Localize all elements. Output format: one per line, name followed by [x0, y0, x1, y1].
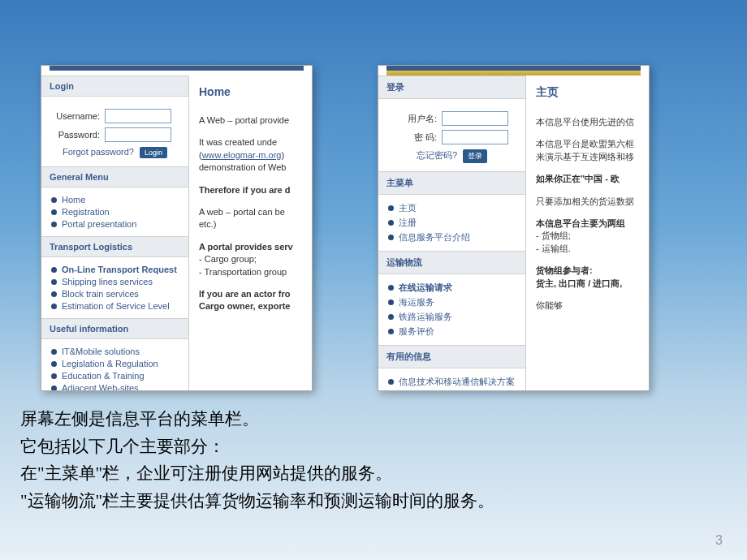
bullet-icon — [388, 299, 394, 305]
bullet-icon — [51, 349, 57, 355]
useful-menu-list-zh: 信息技术和移动通信解决方案 法律和规查 教育和培训 邻近站点 联系 — [378, 368, 525, 391]
menu-legislation[interactable]: Legislation & Regulation — [62, 359, 158, 368]
username-label-zh: 用户名: — [386, 113, 437, 125]
content-en: Home A Web – portal provide It was creat… — [189, 75, 312, 391]
transport-menu-list-zh: 在线运输请求 海运服务 铁路运输服务 服务评价 — [378, 274, 525, 345]
caption-line-3: 在"主菜单"栏，企业可注册使用网站提供的服务。 — [20, 460, 494, 488]
content-zh-p7: 你能够 — [536, 299, 639, 312]
general-menu-header: General Menu — [41, 166, 188, 187]
content-zh-p2: 本信息平台是欧盟第六框 来演示基于互连网络和移 — [536, 138, 639, 163]
content-zh-p6: 货物组参与者:货主, 出口商 / 进口商, — [536, 265, 639, 290]
transport-menu-list: On-Line Transport Request Shipping lines… — [41, 257, 188, 318]
content-p1: A Web – portal provide — [199, 114, 302, 127]
menu-education[interactable]: Education & Training — [62, 371, 145, 381]
content-zh: 主页 本信息平台使用先进的信 本信息平台是欧盟第六框 来演示基于互连网络和移 如… — [526, 75, 649, 391]
password-label-zh: 密 码: — [386, 131, 437, 144]
bullet-icon — [388, 220, 394, 226]
bullet-icon — [51, 373, 57, 379]
content-p3: Therefore if you are d — [199, 184, 302, 196]
menu-adjacent[interactable]: Adjacent Web-sites — [62, 383, 139, 391]
content-p2: It was created unde (www.elogmar-m.org) … — [199, 136, 302, 174]
menu-shipping[interactable]: Shipping lines services — [62, 277, 153, 286]
useful-menu-list: IT&Mobile solutions Legislation & Regula… — [41, 339, 188, 391]
bullet-icon — [51, 267, 57, 273]
transport-header-zh: 运输物流 — [378, 251, 525, 274]
caption-line-1: 屏幕左侧是信息平台的菜单栏。 — [20, 406, 494, 433]
caption-line-4: "运输物流"栏主要提供估算货物运输率和预测运输时间的服务。 — [20, 488, 494, 515]
content-zh-p1: 本信息平台使用先进的信 — [536, 116, 639, 128]
menu-it-mobile-zh[interactable]: 信息技术和移动通信解决方案 — [399, 376, 515, 388]
menu-block-train[interactable]: Block train services — [62, 289, 139, 299]
bullet-icon — [51, 279, 57, 285]
content-p5: A portal provides serv- Cargo group;- Tr… — [199, 241, 302, 278]
elogmar-link[interactable]: www.elogmar-m.org — [202, 150, 282, 160]
username-label: Username: — [50, 111, 100, 121]
menu-transport-request-zh[interactable]: 在线运输请求 — [399, 282, 452, 294]
bullet-icon — [51, 222, 57, 227]
sidebar-zh: 登录 用户名: 密 码: 忘记密码? 登录 主菜单 — [378, 75, 526, 391]
english-portal-screenshot: Login Username: Password: Forgot passwor… — [41, 65, 313, 391]
bullet-icon — [388, 379, 394, 385]
login-button[interactable]: Login — [140, 147, 167, 158]
menu-legislation-zh[interactable]: 法律和规查 — [399, 390, 443, 391]
menu-portal-presentation[interactable]: Portal presentation — [62, 219, 136, 229]
menu-block-train-zh[interactable]: 铁路运输服务 — [399, 311, 452, 323]
sidebar-en: Login Username: Password: Forgot passwor… — [41, 75, 189, 391]
useful-header-zh: 有用的信息 — [378, 345, 525, 368]
username-input-zh[interactable] — [442, 111, 508, 126]
login-button-zh[interactable]: 登录 — [463, 149, 487, 163]
bullet-icon — [51, 304, 57, 309]
bullet-icon — [388, 205, 394, 211]
bullet-icon — [51, 386, 57, 391]
useful-header: Useful information — [41, 318, 188, 339]
general-menu-list-zh: 主页 注册 信息服务平台介绍 — [378, 195, 525, 251]
page-number: 3 — [715, 533, 723, 548]
menu-registration[interactable]: Registration — [62, 207, 110, 217]
slide-caption: 屏幕左侧是信息平台的菜单栏。 它包括以下几个主要部分： 在"主菜单"栏，企业可注… — [20, 406, 494, 515]
forgot-password-link[interactable]: Forgot password? — [63, 147, 134, 157]
general-menu-header-zh: 主菜单 — [378, 171, 525, 195]
bullet-icon — [51, 209, 57, 215]
menu-shipping-zh[interactable]: 海运服务 — [399, 296, 434, 308]
bullet-icon — [388, 314, 394, 320]
content-title-zh: 主页 — [536, 85, 639, 100]
bullet-icon — [51, 197, 57, 203]
transport-header: Transport Logistics — [41, 236, 188, 257]
bullet-icon — [388, 329, 394, 334]
bullet-icon — [51, 291, 57, 297]
content-zh-p3: 如果你正在"中国 - 欧 — [536, 173, 639, 185]
chinese-portal-screenshot: 登录 用户名: 密 码: 忘记密码? 登录 主菜单 — [378, 65, 650, 391]
menu-transport-request[interactable]: On-Line Transport Request — [62, 265, 177, 274]
bullet-icon — [388, 285, 394, 291]
login-header-zh: 登录 — [378, 75, 525, 99]
password-input[interactable] — [105, 127, 171, 142]
username-input[interactable] — [105, 109, 171, 123]
menu-home-zh[interactable]: 主页 — [399, 202, 417, 214]
bullet-icon — [388, 235, 394, 240]
menu-registration-zh[interactable]: 注册 — [399, 217, 417, 229]
content-zh-p4: 只要添加相关的货运数据 — [536, 196, 639, 208]
bullet-icon — [51, 361, 57, 367]
content-p4: A web – portal can be etc.) — [199, 206, 302, 231]
forgot-password-link-zh[interactable]: 忘记密码? — [417, 150, 457, 160]
content-zh-p5: 本信息平台主要为两组- 货物组;- 运输组. — [536, 218, 639, 255]
caption-line-2: 它包括以下几个主要部分： — [20, 433, 494, 461]
general-menu-list: Home Registration Portal presentation — [41, 187, 188, 236]
login-header: Login — [41, 75, 188, 97]
menu-portal-presentation-zh[interactable]: 信息服务平台介绍 — [399, 231, 470, 243]
password-input-zh[interactable] — [442, 130, 508, 144]
menu-estimation-zh[interactable]: 服务评价 — [399, 325, 434, 338]
password-label: Password: — [50, 130, 100, 140]
content-p6: If you are an actor froCargo owner, expo… — [199, 288, 302, 313]
menu-it-mobile[interactable]: IT&Mobile solutions — [62, 347, 140, 356]
content-title: Home — [199, 85, 302, 98]
menu-home[interactable]: Home — [62, 195, 85, 205]
menu-estimation[interactable]: Estimation of Service Level — [62, 301, 170, 311]
